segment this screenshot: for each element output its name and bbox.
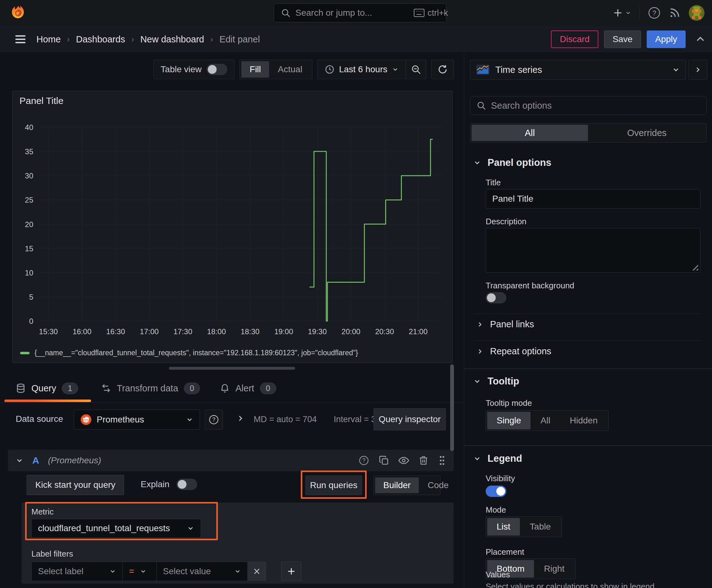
legend-mode-list[interactable]: List	[487, 518, 520, 536]
description-textarea[interactable]	[486, 228, 700, 273]
toggle-visibility-eye-icon[interactable]	[398, 455, 409, 466]
svg-text:17:00: 17:00	[140, 327, 158, 336]
transform-icon	[101, 383, 111, 393]
breadcrumb: Home › Dashboards › New dashboard › Edit…	[37, 26, 260, 53]
legend-placement-right[interactable]: Right	[535, 560, 574, 578]
kick-start-query-button[interactable]: Kick start your query	[27, 475, 124, 495]
collapse-sidebar-button[interactable]	[688, 60, 707, 80]
time-range-picker[interactable]: Last 6 hours	[318, 60, 406, 79]
select-value-dropdown[interactable]: Select value	[157, 562, 248, 581]
pane-resize-handle[interactable]	[169, 367, 295, 370]
panel-options-header[interactable]: Panel options	[473, 157, 551, 168]
panel-preview[interactable]: Panel Title 051015202530354015:3016:0016…	[12, 91, 453, 363]
table-view-toggle[interactable]	[207, 64, 227, 75]
global-search[interactable]: ctrl+k	[274, 3, 447, 22]
add-filter-button[interactable]	[281, 562, 301, 581]
svg-text:21:00: 21:00	[409, 327, 428, 336]
collapse-options-chevron-icon[interactable]	[236, 414, 245, 423]
run-queries-button[interactable]: Run queries	[305, 476, 362, 495]
panel-title-input[interactable]	[486, 189, 700, 209]
tooltip-single-option[interactable]: Single	[487, 412, 531, 429]
legend-values-help: Select values or calculations to show in…	[486, 582, 654, 588]
repeat-options-section[interactable]: Repeat options	[476, 346, 551, 357]
code-option[interactable]: Code	[419, 478, 457, 493]
svg-text:0: 0	[29, 317, 33, 326]
tooltip-all-option[interactable]: All	[531, 412, 560, 429]
legend-mode-table[interactable]: Table	[520, 518, 560, 536]
time-series-chart[interactable]: 051015202530354015:3016:0016:3017:0017:3…	[13, 110, 452, 342]
query-row-header[interactable]: A (Prometheus) ?	[8, 450, 454, 471]
refresh-button[interactable]	[431, 60, 454, 79]
resize-grip-icon[interactable]	[692, 264, 698, 270]
legend-series-swatch[interactable]	[20, 352, 29, 354]
discard-button[interactable]: Discard	[551, 30, 598, 48]
breadcrumb-dashboards[interactable]: Dashboards	[76, 34, 125, 45]
breadcrumb-home[interactable]: Home	[37, 34, 61, 45]
table-view-toggle-group[interactable]: Table view	[153, 60, 235, 79]
svg-text:19:30: 19:30	[308, 327, 327, 336]
apply-button[interactable]: Apply	[647, 30, 686, 48]
svg-text:15: 15	[25, 244, 33, 253]
main-scrollbar-thumb[interactable]	[450, 364, 454, 451]
legend-visibility-toggle[interactable]	[486, 486, 506, 497]
builder-option[interactable]: Builder	[375, 478, 419, 493]
svg-text:18:30: 18:30	[241, 327, 260, 336]
label-filters-label: Label filters	[31, 549, 73, 559]
svg-text:?: ?	[212, 417, 215, 423]
query-ref-id[interactable]: A	[33, 455, 39, 466]
panel-links-section[interactable]: Panel links	[476, 319, 534, 330]
label-filter-row: Select label = Select value	[31, 562, 266, 581]
collapse-query-chevron-icon[interactable]	[15, 456, 24, 465]
fill-option[interactable]: Fill	[241, 61, 269, 78]
transparent-background-toggle[interactable]	[486, 292, 506, 303]
legend-section-header[interactable]: Legend	[473, 453, 522, 464]
datasource-label: Data source	[16, 414, 63, 424]
tab-alert-label: Alert	[235, 383, 254, 394]
new-menu-button[interactable]	[612, 7, 631, 18]
actual-option[interactable]: Actual	[270, 61, 310, 78]
options-search-input[interactable]	[491, 101, 700, 111]
duplicate-query-icon[interactable]	[379, 456, 389, 465]
tab-transform[interactable]: Transform data 0	[101, 377, 200, 400]
editor-tabs: Query 1 Transform data 0 Alert 0	[0, 377, 464, 403]
chart-legend[interactable]: {__name__="cloudflared_tunnel_total_requ…	[20, 349, 358, 357]
remove-filter-button[interactable]	[248, 562, 266, 581]
tooltip-section-header[interactable]: Tooltip	[473, 376, 519, 387]
tab-query-label: Query	[31, 383, 56, 394]
breadcrumb-new-dashboard[interactable]: New dashboard	[140, 34, 204, 45]
tooltip-hidden-option[interactable]: Hidden	[560, 412, 607, 429]
panel-title[interactable]: Panel Title	[19, 96, 63, 106]
help-icon[interactable]: ?	[648, 6, 661, 19]
tab-alert[interactable]: Alert 0	[220, 377, 276, 400]
datasource-row: Data source Prometheus ? MD = auto = 704…	[0, 407, 464, 434]
datasource-help-button[interactable]: ?	[205, 410, 223, 430]
tab-all[interactable]: All	[472, 125, 588, 141]
tab-query[interactable]: Query 1	[16, 377, 78, 400]
operator-dropdown[interactable]: =	[123, 562, 157, 581]
datasource-picker[interactable]: Prometheus	[74, 410, 200, 430]
news-rss-icon[interactable]	[669, 7, 681, 19]
visualization-picker[interactable]: Time series	[470, 60, 686, 80]
visualization-name: Time series	[495, 65, 666, 75]
zoom-out-button[interactable]	[406, 60, 426, 79]
clock-icon	[325, 64, 335, 75]
user-avatar[interactable]	[689, 5, 705, 21]
delete-query-trash-icon[interactable]	[418, 456, 429, 465]
grafana-logo-icon[interactable]	[9, 4, 26, 21]
chevron-up-icon[interactable]	[695, 34, 706, 45]
options-search-box[interactable]	[470, 96, 707, 115]
drag-handle-icon[interactable]	[438, 455, 446, 466]
menu-toggle-icon[interactable]	[14, 33, 27, 46]
tab-overrides[interactable]: Overrides	[589, 125, 705, 141]
divider	[473, 313, 700, 314]
visibility-label: Visibility	[486, 474, 515, 483]
select-label-dropdown[interactable]: Select label	[32, 562, 123, 581]
explain-toggle[interactable]	[176, 479, 197, 490]
save-button[interactable]: Save	[604, 30, 641, 48]
query-inspector-button[interactable]: Query inspector	[373, 408, 446, 430]
metric-select[interactable]: cloudflared_tunnel_total_requests	[31, 519, 201, 538]
svg-text:17:30: 17:30	[173, 327, 192, 336]
search-input[interactable]	[296, 8, 409, 18]
query-help-icon[interactable]: ?	[358, 455, 369, 466]
legend-series-label[interactable]: {__name__="cloudflared_tunnel_total_requ…	[35, 349, 358, 357]
